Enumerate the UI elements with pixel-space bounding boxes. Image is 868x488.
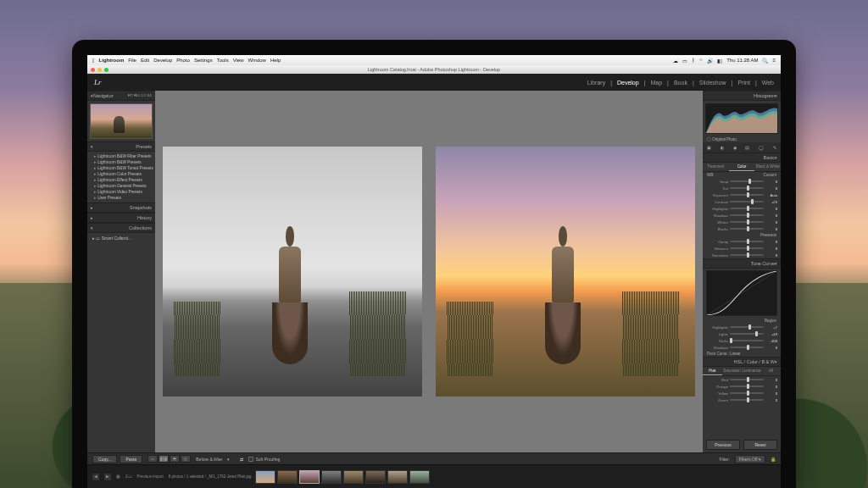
navigator-header[interactable]: ▾Navigator FIT FILL 1:1 3:1 <box>87 91 155 101</box>
menubar-clock[interactable]: Thu 11:28 AM <box>726 58 758 63</box>
menubar-settings[interactable]: Settings <box>194 58 213 63</box>
slider-lights[interactable]: Lights+49 <box>703 330 781 337</box>
tonecurve-header[interactable]: Tone Curve ▾ <box>703 258 781 269</box>
slider-shadows[interactable]: Shadows0 <box>703 344 781 351</box>
slider-exposure[interactable]: ExposureAuto <box>703 191 781 198</box>
slider-saturation[interactable]: Saturation0 <box>703 252 781 258</box>
status-wifi-icon[interactable]: ⌔ <box>699 58 703 63</box>
basic-header[interactable]: Basic ▾ <box>703 152 781 163</box>
before-after-split-icon[interactable]: ◫ <box>181 455 191 463</box>
before-after-tb-icon[interactable]: ⬒ <box>170 455 180 463</box>
history-header[interactable]: ▸History <box>87 213 155 223</box>
menubar-view[interactable]: View <box>233 58 244 63</box>
hsl-hue-tab[interactable]: Hue <box>703 367 722 375</box>
status-cloud-icon[interactable]: ☁ <box>673 58 678 64</box>
histogram[interactable] <box>705 103 778 134</box>
grid-icon[interactable]: ▦ <box>116 474 120 479</box>
module-slideshow[interactable]: Slideshow <box>699 80 726 86</box>
filmstrip-thumb[interactable] <box>409 470 430 484</box>
filmstrip-next-icon[interactable]: ▶ <box>104 474 111 480</box>
status-display-icon[interactable]: ▭ <box>682 58 687 64</box>
hsl-all-tab[interactable]: All <box>761 367 781 375</box>
chevron-down-icon[interactable]: ▾ <box>227 457 230 462</box>
close-window-button[interactable] <box>91 68 95 72</box>
filmstrip-prev-icon[interactable]: ◀ <box>92 474 99 480</box>
filter-dropdown[interactable]: Filters Off ▾ <box>735 455 765 463</box>
menubar-app[interactable]: Lightroom <box>99 58 125 63</box>
notification-center-icon[interactable]: ≡ <box>772 58 776 63</box>
before-after-lr-icon[interactable]: ◧◨ <box>159 455 169 463</box>
slider-highlights[interactable]: Highlights+7 <box>703 324 781 330</box>
point-curve-row[interactable]: Point Curve : Linear <box>703 351 781 357</box>
slider-clarity[interactable]: Clarity0 <box>703 238 781 245</box>
slider-green[interactable]: Green0 <box>703 396 781 403</box>
collections-header[interactable]: ▾Collections <box>87 223 155 233</box>
filmstrip-thumb[interactable] <box>343 470 364 484</box>
treatment-bw[interactable]: Black & White <box>754 163 781 171</box>
slider-blacks[interactable]: Blacks0 <box>703 225 781 232</box>
before-view[interactable] <box>158 93 427 450</box>
slider-darks[interactable]: Darks-100 <box>703 337 781 344</box>
preset-folder[interactable]: Lightroom Video Presets <box>87 189 155 195</box>
menubar-edit[interactable]: Edit <box>141 58 149 63</box>
hsl-sat-tab[interactable]: Saturation <box>722 367 742 375</box>
menubar-tools[interactable]: Tools <box>217 58 229 63</box>
preset-folder[interactable]: Lightroom General Presets <box>87 183 155 189</box>
module-book[interactable]: Book <box>674 80 687 86</box>
hsl-header[interactable]: HSL / Color / B & W ▾ <box>703 357 781 367</box>
preset-folder[interactable]: User Presets <box>87 195 155 201</box>
menubar-develop[interactable]: Develop <box>153 58 172 63</box>
filter-lock-icon[interactable]: 🔒 <box>771 457 776 462</box>
presets-header[interactable]: ▾Presets <box>87 141 155 152</box>
preset-folder[interactable]: Lightroom Effect Presets <box>87 177 155 183</box>
after-view[interactable] <box>431 93 700 450</box>
hsl-lum-tab[interactable]: Luminance <box>742 367 761 375</box>
slider-tint[interactable]: Tint0 <box>703 185 781 191</box>
copy-button[interactable]: Copy... <box>92 455 117 463</box>
menubar-window[interactable]: Window <box>248 58 266 63</box>
collection-item[interactable]: ▸ ▭ Smart Collecti... <box>87 233 155 243</box>
soft-proof-checkbox[interactable]: Soft Proofing <box>248 457 280 462</box>
previous-button[interactable]: Previous <box>706 440 740 450</box>
gradient-tool-icon[interactable]: ▤ <box>745 146 749 150</box>
radial-tool-icon[interactable]: ◯ <box>759 146 764 150</box>
slider-yellow[interactable]: Yellow0 <box>703 390 781 396</box>
wb-row[interactable]: WB:Custom <box>703 172 781 178</box>
preset-folder[interactable]: Lightroom B&W Toned Presets <box>87 165 155 171</box>
slider-red[interactable]: Red0 <box>703 376 781 383</box>
paste-button[interactable]: Paste <box>120 455 142 463</box>
menubar-photo[interactable]: Photo <box>176 58 190 63</box>
navigator-thumbnail[interactable] <box>90 103 153 139</box>
module-library[interactable]: Library <box>587 80 605 86</box>
slider-contrast[interactable]: Contrast+25 <box>703 198 781 205</box>
tone-curve-graph[interactable] <box>706 270 777 316</box>
filmstrip-thumb[interactable] <box>299 470 320 484</box>
status-bluetooth-icon[interactable]: ᛒ <box>692 58 695 63</box>
module-web[interactable]: Web <box>762 80 774 86</box>
filmstrip-source[interactable]: Previous import <box>137 474 164 479</box>
reset-button[interactable]: Reset <box>743 440 777 450</box>
preset-folder[interactable]: Lightroom B&W Filter Presets <box>87 153 155 159</box>
preset-folder[interactable]: Lightroom Color Presets <box>87 171 155 177</box>
brush-tool-icon[interactable]: ✎ <box>773 146 776 150</box>
redeye-tool-icon[interactable]: ◉ <box>733 146 737 150</box>
slider-orange[interactable]: Orange0 <box>703 383 781 390</box>
zoom-window-button[interactable] <box>104 68 108 72</box>
treatment-color[interactable]: Color <box>729 163 755 171</box>
crop-tool-icon[interactable]: ▣ <box>707 146 711 150</box>
slider-vibrance[interactable]: Vibrance0 <box>703 245 781 252</box>
spot-tool-icon[interactable]: ◐ <box>721 146 724 150</box>
slider-whites[interactable]: Whites0 <box>703 219 781 225</box>
second-window-icon[interactable]: 2▭ <box>125 474 132 479</box>
slider-highlights[interactable]: Highlights0 <box>703 205 781 212</box>
filmstrip-thumb[interactable] <box>277 470 298 484</box>
loupe-view-icon[interactable]: ▭ <box>147 455 158 463</box>
module-print[interactable]: Print <box>737 80 749 86</box>
slider-shadows[interactable]: Shadows0 <box>703 212 781 219</box>
status-battery-icon[interactable]: ▮▯ <box>717 58 722 64</box>
filmstrip-thumb[interactable] <box>321 470 342 484</box>
snapshots-header[interactable]: ▸Snapshots <box>87 202 155 213</box>
slider-temp[interactable]: Temp0 <box>703 178 781 185</box>
menubar-help[interactable]: Help <box>270 58 281 63</box>
status-volume-icon[interactable]: 🔊 <box>707 58 713 64</box>
